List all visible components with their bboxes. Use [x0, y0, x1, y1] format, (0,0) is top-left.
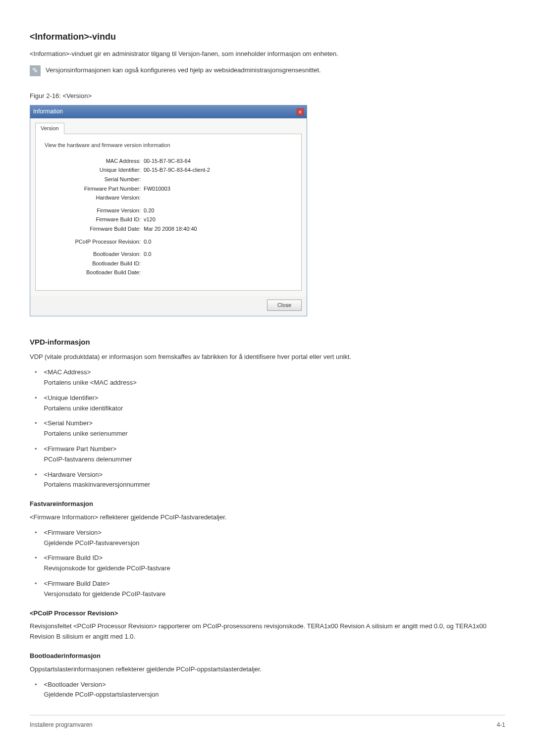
- info-row: Firmware Build Date:Mar 20 2008 18:40:40: [45, 225, 292, 234]
- info-row: Bootloader Version:0.0: [45, 250, 292, 259]
- info-label: Hardware Version:: [45, 194, 144, 202]
- bullet-icon: •: [35, 579, 37, 589]
- info-row: Firmware Part Number:FW010003: [45, 185, 292, 194]
- bullet-icon: •: [35, 444, 37, 454]
- item-desc: Portalens unike serienummer: [44, 429, 505, 439]
- list-item: •<MAC Address>Portalens unike <MAC addre…: [35, 367, 505, 388]
- info-label: Firmware Build ID:: [45, 215, 144, 224]
- bootloader-list: •<Bootloader Version>Gjeldende PCoIP-opp…: [30, 680, 505, 701]
- note-text: Versjonsinformasjonen kan også konfigure…: [46, 65, 321, 76]
- item-desc: PCoIP-fastvarens delenummer: [44, 454, 505, 465]
- page-title: <Information>-vindu: [30, 30, 505, 44]
- info-value: 0.20: [144, 206, 154, 215]
- info-label: Bootloader Build ID:: [45, 259, 144, 268]
- info-label: PCoIP Processor Revision:: [45, 238, 144, 247]
- info-label: Unique Identifier:: [45, 166, 144, 175]
- list-item: •<Bootloader Version>Gjeldende PCoIP-opp…: [35, 680, 505, 701]
- info-row: Bootloader Build ID:: [45, 259, 292, 268]
- list-item: •<Hardware Version>Portalens maskinvarev…: [35, 470, 505, 491]
- close-icon[interactable]: ×: [297, 108, 304, 115]
- info-value: 00-15-B7-9C-83-64-client-2: [144, 166, 210, 175]
- heading-bootloader: Bootloaderinformasjon: [30, 651, 505, 661]
- heading-pcoip: <PCoIP Processor Revision>: [30, 608, 505, 619]
- item-title: <Firmware Version>: [44, 528, 505, 538]
- bullet-icon: •: [35, 680, 37, 690]
- dialog-description: View the hardware and firmware version i…: [45, 141, 292, 150]
- info-label: Firmware Build Date:: [45, 225, 144, 234]
- item-desc: Portalens maskinvareversjonnummer: [44, 480, 505, 490]
- info-row: PCoIP Processor Revision:0.0: [45, 238, 292, 247]
- item-desc: Gjeldende PCoIP-fastvareversjon: [44, 538, 505, 549]
- item-title: <Firmware Part Number>: [44, 444, 505, 454]
- info-label: Bootloader Build Date:: [45, 268, 144, 277]
- list-item: •<Firmware Build ID>Revisjonskode for gj…: [35, 553, 505, 574]
- bootloader-intro: Oppstartslasterinformasjonen reflekterer…: [30, 664, 505, 675]
- item-title: <Firmware Build ID>: [44, 553, 505, 563]
- footer-right: 4-1: [497, 720, 505, 730]
- info-value: 00-15-B7-9C-83-64: [144, 157, 191, 166]
- close-button[interactable]: Close: [267, 300, 302, 311]
- info-value: 0.0: [144, 238, 151, 247]
- dialog-titlebar: Information ×: [30, 105, 307, 118]
- bullet-icon: •: [35, 367, 37, 378]
- info-row: Firmware Build ID:v120: [45, 215, 292, 224]
- info-row: Hardware Version:: [45, 194, 292, 202]
- list-item: •<Firmware Part Number>PCoIP-fastvarens …: [35, 444, 505, 465]
- item-desc: Gjeldende PCoIP-oppstartslasterversjon: [44, 690, 505, 700]
- item-title: <Unique Identifier>: [44, 393, 505, 403]
- note-row: ✎ Versjonsinformasjonen kan også konfigu…: [30, 65, 505, 76]
- info-row: Bootloader Build Date:: [45, 268, 292, 277]
- fastvare-list: •<Firmware Version>Gjeldende PCoIP-fastv…: [30, 528, 505, 600]
- info-value: 0.0: [144, 250, 151, 259]
- info-label: MAC Address:: [45, 157, 144, 166]
- info-value: FW010003: [144, 185, 170, 194]
- bullet-icon: •: [35, 393, 37, 403]
- info-value: v120: [144, 215, 156, 224]
- info-row: Firmware Version:0.20: [45, 206, 292, 215]
- list-item: •<Firmware Version>Gjeldende PCoIP-fastv…: [35, 528, 505, 549]
- figure-caption: Figur 2-16: <Version>: [30, 91, 505, 101]
- item-title: <Bootloader Version>: [44, 680, 505, 690]
- info-row: Unique Identifier:00-15-B7-9C-83-64-clie…: [45, 166, 292, 175]
- fastvare-intro: <Firmware Information> reflekterer gjeld…: [30, 512, 505, 523]
- heading-vpd: VPD-informasjon: [30, 336, 505, 348]
- item-desc: Portalens unike <MAC address>: [44, 378, 505, 388]
- pencil-icon: ✎: [30, 65, 41, 76]
- tab-content: View the hardware and firmware version i…: [35, 134, 302, 291]
- bullet-icon: •: [35, 418, 37, 429]
- footer-left: Installere programvaren: [30, 720, 93, 730]
- version-dialog: Information × Version View the hardware …: [30, 105, 307, 316]
- intro-paragraph: <Information>-vinduet gir en administrat…: [30, 49, 505, 59]
- info-row: MAC Address:00-15-B7-9C-83-64: [45, 157, 292, 166]
- bullet-icon: •: [35, 470, 37, 480]
- item-title: <Serial Number>: [44, 418, 505, 429]
- item-title: <Hardware Version>: [44, 470, 505, 480]
- pcoip-intro: Revisjonsfeltet <PCoIP Processor Revisio…: [30, 621, 505, 642]
- tab-version[interactable]: Version: [35, 123, 64, 135]
- item-desc: Portalens unike identifikator: [44, 403, 505, 414]
- bullet-icon: •: [35, 553, 37, 563]
- vpd-list: •<MAC Address>Portalens unike <MAC addre…: [30, 367, 505, 490]
- list-item: •<Firmware Build Date>Versjonsdato for g…: [35, 579, 505, 600]
- info-label: Bootloader Version:: [45, 250, 144, 259]
- list-item: •<Unique Identifier>Portalens unike iden…: [35, 393, 505, 414]
- info-label: Firmware Version:: [45, 206, 144, 215]
- info-label: Serial Number:: [45, 175, 144, 184]
- list-item: •<Serial Number>Portalens unike serienum…: [35, 418, 505, 439]
- heading-fastvare: Fastvareinformasjon: [30, 499, 505, 509]
- bullet-icon: •: [35, 528, 37, 538]
- item-desc: Revisjonskode for gjeldende PCoIP-fastva…: [44, 563, 505, 574]
- item-title: <Firmware Build Date>: [44, 579, 505, 589]
- vpd-intro: VDP (vitale produktdata) er informasjon …: [30, 352, 505, 362]
- dialog-title: Information: [33, 107, 63, 116]
- info-label: Firmware Part Number:: [45, 185, 144, 194]
- info-value: Mar 20 2008 18:40:40: [144, 225, 197, 234]
- info-row: Serial Number:: [45, 175, 292, 184]
- item-desc: Versjonsdato for gjeldende PCoIP-fastvar…: [44, 589, 505, 600]
- item-title: <MAC Address>: [44, 367, 505, 378]
- page-footer: Installere programvaren 4-1: [30, 715, 505, 730]
